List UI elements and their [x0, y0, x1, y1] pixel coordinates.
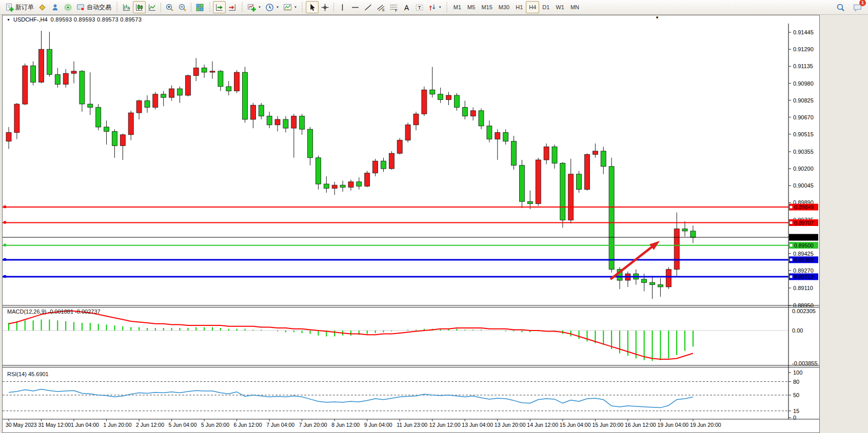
- hline-left-marker[interactable]: [4, 205, 6, 208]
- svg-text:9 Jun 04:00: 9 Jun 04:00: [364, 422, 392, 428]
- timeframe-w1[interactable]: W1: [553, 1, 567, 13]
- hline-left-marker[interactable]: [4, 221, 6, 223]
- chart-shift-button[interactable]: [226, 1, 239, 13]
- bar-chart-button[interactable]: [120, 1, 133, 13]
- macd-pane[interactable]: [3, 311, 788, 361]
- svg-text:11 Jun 23:00: 11 Jun 23:00: [397, 422, 427, 428]
- periods-button[interactable]: ▼: [263, 1, 281, 13]
- rsi-label: RSI(14) 45.6901: [7, 371, 49, 377]
- svg-text:0.89270: 0.89270: [793, 267, 814, 274]
- svg-text:0.89849: 0.89849: [794, 204, 814, 210]
- auto-scroll-button[interactable]: [213, 1, 226, 13]
- svg-text:F: F: [395, 8, 397, 11]
- signals-button[interactable]: [62, 1, 74, 13]
- arrows-button[interactable]: ▼: [426, 1, 444, 13]
- chevron-down-icon[interactable]: ▼: [294, 6, 297, 9]
- timeframe-m5[interactable]: M5: [464, 1, 478, 13]
- candlestick-chart-button[interactable]: [133, 1, 146, 13]
- timeframe-m30[interactable]: M30: [496, 1, 512, 13]
- svg-text:-0.003855: -0.003855: [792, 360, 818, 366]
- candlesticks: [6, 31, 696, 299]
- chevron-down-icon[interactable]: ▼: [258, 6, 261, 9]
- toolbar-separator: [191, 3, 191, 12]
- chart-canvas[interactable]: 0.914450.912900.911350.909800.908250.906…: [3, 24, 819, 432]
- cursor-button[interactable]: [306, 1, 319, 13]
- svg-text:31 May 12:00: 31 May 12:00: [38, 422, 71, 428]
- svg-text:15 Jun 20:00: 15 Jun 20:00: [592, 422, 623, 428]
- horizontal-lines[interactable]: [3, 205, 788, 278]
- svg-text:0.91445: 0.91445: [793, 29, 814, 35]
- chart-quote: 0.89593 0.89593 0.89573 0.89573: [51, 16, 142, 23]
- svg-text:0.89368: 0.89368: [794, 257, 814, 263]
- hline-left-marker[interactable]: [4, 244, 6, 246]
- tile-windows-button[interactable]: [193, 1, 206, 13]
- timeframe-h4[interactable]: H4: [526, 1, 539, 13]
- indicators-button[interactable]: ▼: [245, 1, 263, 13]
- toolbar-separator: [240, 2, 244, 12]
- svg-text:16 Jun 12:00: 16 Jun 12:00: [625, 422, 656, 428]
- market-button[interactable]: [36, 1, 49, 13]
- svg-text:0.90515: 0.90515: [793, 131, 814, 137]
- trendline-button[interactable]: [362, 1, 374, 13]
- crosshair-button[interactable]: [319, 1, 331, 13]
- svg-text:50: 50: [793, 392, 799, 398]
- hline-left-marker[interactable]: [4, 258, 6, 261]
- toolbar-separator: [445, 2, 449, 12]
- svg-text:T: T: [418, 5, 421, 10]
- vertical-line-button[interactable]: [336, 1, 349, 13]
- svg-text:15 Jun 04:00: 15 Jun 04:00: [560, 422, 591, 428]
- svg-text:E: E: [382, 8, 385, 12]
- chart-window: ▼ USDCHF-,H4 0.89593 0.89593 0.89573 0.8…: [2, 15, 820, 433]
- toolbar-separator: [115, 2, 119, 12]
- svg-text:0.89573: 0.89573: [794, 234, 814, 240]
- time-axis[interactable]: 30 May 202331 May 12:001 Jun 04:001 Jun …: [3, 419, 819, 428]
- svg-text:0.90980: 0.90980: [793, 80, 814, 87]
- svg-text:0.90200: 0.90200: [793, 166, 814, 172]
- timeframe-h1[interactable]: H1: [512, 1, 526, 13]
- chevron-down-icon[interactable]: ▼: [439, 6, 442, 9]
- chart-shift-marker[interactable]: ▼: [655, 15, 659, 20]
- svg-text:0.90045: 0.90045: [793, 182, 814, 189]
- text-button[interactable]: A: [400, 1, 413, 13]
- svg-text:12 Jun 12:00: 12 Jun 12:00: [429, 422, 461, 428]
- caption-menu-icon[interactable]: ▼: [7, 18, 10, 22]
- templates-button[interactable]: ▼: [281, 1, 299, 13]
- timeframe-m15[interactable]: M15: [478, 1, 495, 13]
- search-icon[interactable]: [834, 1, 847, 13]
- autotrading-button[interactable]: 自动交易: [74, 1, 113, 13]
- svg-text:6 Jun 12:00: 6 Jun 12:00: [234, 422, 262, 428]
- rsi-pane[interactable]: [3, 382, 788, 411]
- zoom-out-button[interactable]: [176, 1, 189, 13]
- toolbar-separator: [333, 3, 334, 12]
- svg-text:0.91135: 0.91135: [793, 63, 813, 69]
- line-chart-button[interactable]: [146, 1, 159, 13]
- timeframe-mn[interactable]: MN: [567, 1, 582, 13]
- chart-caption: ▼ USDCHF-,H4 0.89593 0.89593 0.89573 0.8…: [3, 15, 819, 24]
- text-label-button[interactable]: T: [413, 1, 426, 13]
- svg-text:0: 0: [793, 415, 796, 421]
- chevron-down-icon[interactable]: ▼: [276, 6, 279, 9]
- svg-text:1 Jun 20:00: 1 Jun 20:00: [104, 422, 132, 428]
- svg-text:5 Jun 04:00: 5 Jun 04:00: [169, 422, 197, 428]
- toolbar-separator: [161, 3, 161, 12]
- autotrading-label: 自动交易: [87, 3, 111, 12]
- svg-text:0.89500: 0.89500: [794, 242, 814, 249]
- community-button[interactable]: [49, 1, 62, 13]
- svg-text:0.90355: 0.90355: [793, 149, 814, 155]
- notifications-icon[interactable]: 1: [851, 1, 864, 13]
- equidistant-channel-button[interactable]: E: [374, 1, 387, 13]
- new-order-button[interactable]: 新订单: [3, 1, 36, 13]
- timeframe-m1[interactable]: M1: [450, 1, 464, 13]
- timeframe-d1[interactable]: D1: [539, 1, 553, 13]
- hline-left-marker[interactable]: [4, 275, 6, 278]
- zoom-in-button[interactable]: [163, 1, 176, 13]
- svg-text:100: 100: [793, 369, 802, 376]
- svg-text:5 Jun 20:00: 5 Jun 20:00: [201, 422, 229, 428]
- horizontal-line-button[interactable]: [349, 1, 362, 13]
- svg-text:1 Jun 04:00: 1 Jun 04:00: [71, 422, 99, 428]
- toolbar: 新订单自动交易▼▼▼EFAT▼M1M5M15M30H1H4D1W1MN 1: [0, 0, 868, 15]
- svg-text:0.89213: 0.89213: [794, 274, 814, 280]
- fibonacci-button[interactable]: F: [387, 1, 400, 13]
- svg-text:19 Jun 20:00: 19 Jun 20:00: [690, 422, 721, 428]
- svg-text:7 Jun 20:00: 7 Jun 20:00: [299, 422, 327, 428]
